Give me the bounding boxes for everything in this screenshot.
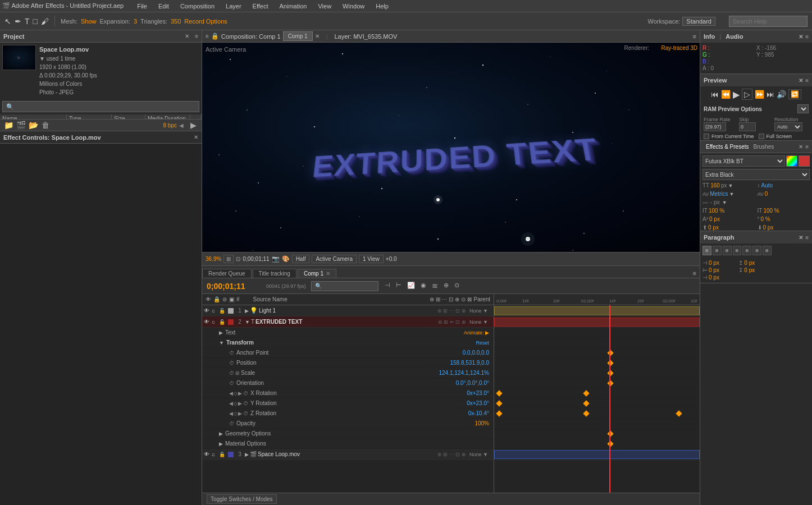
opacity-stopwatch[interactable]: ⏱ xyxy=(229,421,234,426)
eye-3[interactable]: 👁 xyxy=(202,451,211,457)
para-justify[interactable]: ≡ xyxy=(733,246,742,255)
full-screen-checkbox[interactable] xyxy=(759,134,764,139)
kf-scale-1[interactable] xyxy=(607,370,613,376)
kf-anchor-1[interactable] xyxy=(607,350,613,356)
anchor-value[interactable]: 0.0,0.0,0.0 xyxy=(463,350,494,356)
effects-menu-btn[interactable]: ≡ xyxy=(805,144,809,150)
indent-right-val[interactable]: 0 px xyxy=(709,267,719,273)
viewer-zoom-value[interactable]: 36.9% xyxy=(206,256,221,262)
tl-menu-btn[interactable]: ≡ xyxy=(690,269,700,278)
expand-3[interactable]: ▶ xyxy=(245,452,249,457)
prev-first-btn[interactable]: ⏮ xyxy=(711,90,719,99)
metrics-triangle[interactable]: ▼ xyxy=(729,191,735,197)
paragraph-close-btn[interactable]: ✕ xyxy=(799,235,803,241)
viewer-view-dropdown[interactable]: Active Camera xyxy=(312,255,357,263)
audio-3[interactable]: ♫ xyxy=(211,452,219,457)
new-comp-btn[interactable]: 🎬 xyxy=(16,121,26,130)
menu-window[interactable]: Window xyxy=(340,3,367,10)
yrot-stopwatch[interactable]: ⏱ xyxy=(243,401,248,406)
scale-pct1-value[interactable]: 100 % xyxy=(709,208,724,214)
mat-expand[interactable]: ▶ xyxy=(219,441,223,447)
lock-1[interactable]: 🔓 xyxy=(219,308,227,314)
menu-view[interactable]: View xyxy=(316,3,334,10)
kf-geo-1[interactable] xyxy=(607,430,613,437)
effects-close-btn[interactable]: ✕ xyxy=(799,144,803,150)
viewer-lock-icon[interactable]: 🔒 xyxy=(211,33,219,40)
menu-edit[interactable]: Edit xyxy=(156,3,171,10)
zrot-kf-next[interactable]: ▶ xyxy=(238,411,242,416)
workspace-dropdown[interactable]: Standard xyxy=(682,17,715,26)
prev-play-btn[interactable]: ▶ xyxy=(733,89,740,100)
tl-solo-btn[interactable]: ◉ xyxy=(419,281,428,291)
av-value[interactable]: 0 xyxy=(765,191,768,197)
audio-1[interactable]: ♫ xyxy=(211,308,219,314)
tab-title-tracking[interactable]: Title tracking xyxy=(253,269,296,278)
kf-yrot-1[interactable] xyxy=(496,400,502,406)
layer-name-3[interactable]: Space Loop.mov xyxy=(258,451,435,457)
audio-2[interactable]: ♫ xyxy=(211,319,219,325)
layer-row-1[interactable]: 👁 ♫ 🔓 1 ▶ 💡 Light 1 ⊛ ⊞ ⋯ ⊡ ⊕ None ▼ xyxy=(202,305,494,316)
color-swatch-2[interactable] xyxy=(799,155,810,167)
yrot-kf-prev[interactable]: ◀ xyxy=(229,401,233,406)
expand-1[interactable]: ▶ xyxy=(245,308,249,314)
project-close-btn[interactable]: ✕ xyxy=(185,33,189,39)
prev-loop-btn[interactable]: 🔁 xyxy=(788,89,801,99)
font-dropdown[interactable]: Futura XBlk BT xyxy=(702,155,785,167)
selection-tool[interactable]: ↖ xyxy=(4,17,11,26)
xrot-stopwatch[interactable]: ⏱ xyxy=(243,391,248,396)
new-item-btn[interactable]: 📁 xyxy=(3,121,13,130)
color-2[interactable] xyxy=(228,319,234,325)
preview-close-btn[interactable]: ✕ xyxy=(799,77,803,84)
xrot-value[interactable]: 0x+23.0° xyxy=(467,390,494,396)
kf-zrot-3[interactable] xyxy=(676,410,682,416)
pen-tool[interactable]: ✒ xyxy=(15,17,21,26)
tl-live-update-btn[interactable]: ⊙ xyxy=(453,281,461,291)
zrot-value[interactable]: 0x-10.4° xyxy=(468,410,494,416)
color-swatch-1[interactable] xyxy=(786,155,797,167)
pos-stopwatch[interactable]: ⏱ xyxy=(229,360,234,366)
paragraph-menu-btn[interactable]: ≡ xyxy=(805,235,809,241)
shape-tool[interactable]: □ xyxy=(33,17,38,26)
toolbar-show-btn[interactable]: Show xyxy=(81,18,97,25)
prev-fwd-btn[interactable]: ⏩ xyxy=(755,90,764,99)
menu-help[interactable]: Help xyxy=(373,3,391,10)
kf-xrot-2[interactable] xyxy=(583,390,589,396)
orient-value[interactable]: 0.0°,0.0°,0.0° xyxy=(456,380,494,386)
para-justify-all[interactable]: ≡ xyxy=(742,246,751,255)
xrot-kf-prev[interactable]: ◀ xyxy=(229,391,233,396)
eye-2[interactable]: 👁 xyxy=(202,319,211,325)
para-align-center[interactable]: ≡ xyxy=(713,246,722,255)
tl-graph-btn[interactable]: 📈 xyxy=(405,281,417,291)
anchor-stopwatch[interactable]: ⏱ xyxy=(229,350,234,356)
menu-effect[interactable]: Effect xyxy=(250,3,271,10)
kf-xrot-1[interactable] xyxy=(496,390,502,396)
kf-orient-1[interactable] xyxy=(607,380,613,386)
comp-tab-close[interactable]: ✕ xyxy=(315,33,320,39)
comp-canvas[interactable]: EXTRUDED TEXT EXTRUDED TEXT EXTRUDED TEX… xyxy=(202,43,700,252)
menu-animation[interactable]: Animation xyxy=(277,3,309,10)
skip-input[interactable] xyxy=(739,122,756,131)
px-val3[interactable]: 0 px xyxy=(763,224,774,231)
preview-menu-btn[interactable]: ≡ xyxy=(805,77,809,84)
size-triangle[interactable]: ▼ xyxy=(728,183,733,189)
scale-stopwatch[interactable]: ⏱ xyxy=(229,370,234,376)
from-current-checkbox[interactable] xyxy=(704,134,709,139)
tl-out-point-btn[interactable]: ⊢ xyxy=(394,281,403,291)
zrot-kf-btn[interactable]: ◇ xyxy=(234,411,238,416)
tl-search-input[interactable] xyxy=(311,281,378,291)
folder-btn[interactable]: 📂 xyxy=(28,121,38,130)
auto-link[interactable]: Auto xyxy=(761,182,773,189)
search-help-input[interactable] xyxy=(729,16,808,27)
text-prop-expand[interactable]: ▶ xyxy=(219,330,223,336)
resolution-dropdown[interactable]: Auto Full Half xyxy=(774,122,802,131)
first-line-val[interactable]: 0 px xyxy=(709,274,719,281)
project-search-input[interactable] xyxy=(2,101,199,112)
animate-label[interactable]: Animate: ▶ xyxy=(464,330,494,336)
zrot-stopwatch[interactable]: ⏱ xyxy=(243,411,248,416)
space-after-val[interactable]: 0 px xyxy=(744,267,755,273)
tab-comp1[interactable]: Comp 1✕ xyxy=(298,269,336,278)
effects-tab-active[interactable]: Effects & Presets xyxy=(704,144,751,150)
para-justify-last-right[interactable]: ≡ xyxy=(763,246,772,255)
frame-rate-input[interactable] xyxy=(704,122,726,131)
color-1[interactable] xyxy=(228,308,234,314)
